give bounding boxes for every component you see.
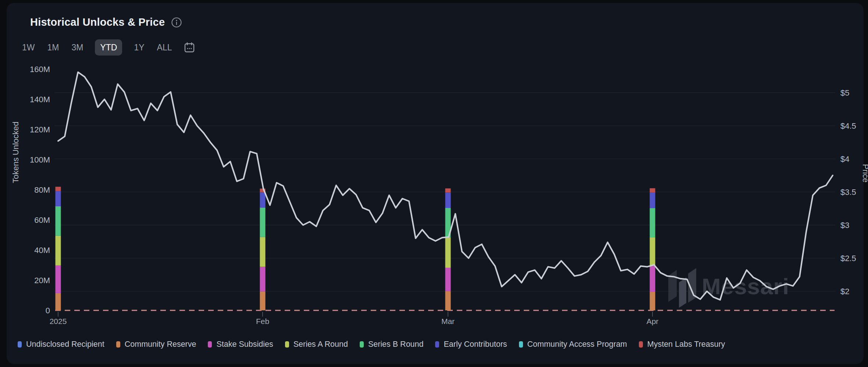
legend-item[interactable]: Series B Round	[360, 340, 424, 349]
x-axis-tick-label: Apr	[647, 317, 659, 325]
legend-swatch-icon	[116, 341, 120, 348]
bar-segment[interactable]	[56, 236, 61, 266]
legend-label: Community Access Program	[527, 340, 627, 349]
bar-segment[interactable]	[650, 292, 655, 310]
legend-label: Stake Subsidies	[216, 340, 273, 349]
bar-segment[interactable]	[650, 237, 655, 265]
legend-item[interactable]: Community Reserve	[116, 340, 196, 349]
bar-segment[interactable]	[445, 291, 451, 310]
left-axis-tick-label: 160M	[30, 65, 50, 74]
legend-swatch-icon	[285, 341, 289, 348]
bar-segment[interactable]	[260, 207, 266, 237]
right-axis-tick-label: $3	[840, 221, 849, 230]
left-axis-tick-label: 0	[46, 306, 50, 315]
messari-logo-icon	[679, 277, 686, 308]
bar-segment[interactable]	[650, 208, 655, 237]
right-axis-tick-label: $5	[840, 88, 849, 97]
right-axis-tick-label: $4.5	[840, 121, 856, 131]
bar-segment[interactable]	[445, 192, 451, 208]
left-axis-tick-label: 40M	[34, 246, 50, 255]
unlocks-price-card: Historical Unlocks & Price 1W1M3MYTD1YAL…	[7, 3, 864, 364]
left-axis-tick-label: 140M	[30, 95, 50, 104]
bar-segment[interactable]	[56, 206, 61, 236]
x-axis-tick-label: Mar	[441, 317, 455, 325]
legend-item[interactable]: Undisclosed Recipient	[18, 340, 104, 349]
messari-logo-icon	[668, 270, 677, 302]
left-axis-tick-label: 80M	[34, 185, 50, 195]
bar-segment[interactable]	[650, 192, 655, 208]
right-axis-tick-label: $2	[840, 287, 849, 296]
bar-segment[interactable]	[260, 192, 266, 208]
legend-swatch-icon	[435, 341, 439, 348]
bar-segment[interactable]	[56, 266, 61, 293]
left-axis-tick-label: 20M	[34, 276, 50, 285]
bar-segment[interactable]	[56, 187, 61, 191]
bar-segment[interactable]	[260, 237, 266, 267]
legend-label: Series A Round	[294, 340, 348, 349]
bar-segment[interactable]	[260, 267, 266, 292]
bar-segment[interactable]	[56, 191, 61, 206]
unlocks-price-chart: Messari160M140M120M100M80M60M40M20M0$5$4…	[7, 3, 868, 367]
legend-swatch-icon	[519, 341, 523, 348]
legend-swatch-icon	[18, 341, 22, 348]
x-axis-tick-label: 2025	[50, 317, 67, 325]
right-axis-tick-label: $2.5	[840, 254, 856, 263]
bar-segment[interactable]	[445, 188, 451, 192]
bar-segment[interactable]	[445, 237, 451, 268]
legend-swatch-icon	[208, 341, 212, 348]
legend-swatch-icon	[360, 341, 364, 348]
right-axis-tick-label: $3.5	[840, 188, 856, 197]
left-axis-tick-label: 120M	[30, 125, 50, 134]
legend-item[interactable]: Series A Round	[285, 340, 348, 349]
legend-item[interactable]: Mysten Labs Treasury	[639, 340, 725, 349]
legend-label: Undisclosed Recipient	[26, 340, 104, 349]
legend-label: Community Reserve	[125, 340, 196, 349]
bar-segment[interactable]	[650, 188, 655, 192]
x-axis-tick-label: Feb	[256, 317, 269, 325]
left-axis-tick-label: 60M	[34, 215, 50, 225]
left-axis-tick-label: 100M	[30, 155, 50, 164]
legend-label: Mysten Labs Treasury	[647, 340, 725, 349]
legend-item[interactable]: Community Access Program	[519, 340, 627, 349]
chart-legend: Undisclosed RecipientCommunity ReserveSt…	[18, 340, 725, 349]
legend-item[interactable]: Stake Subsidies	[208, 340, 273, 349]
watermark-text: Messari	[702, 274, 789, 299]
legend-swatch-icon	[639, 341, 643, 348]
bar-segment[interactable]	[650, 265, 655, 292]
legend-label: Early Contributors	[444, 340, 507, 349]
legend-label: Series B Round	[368, 340, 424, 349]
right-axis-tick-label: $4	[840, 154, 849, 164]
bar-segment[interactable]	[445, 268, 451, 291]
bar-segment[interactable]	[56, 293, 61, 310]
legend-item[interactable]: Early Contributors	[435, 340, 507, 349]
bar-segment[interactable]	[260, 291, 266, 310]
